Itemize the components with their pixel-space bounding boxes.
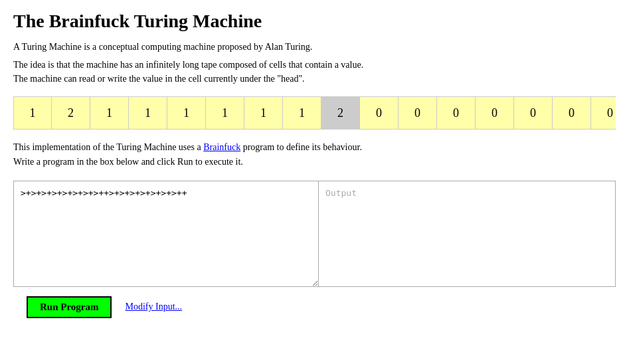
tape-cell-8: 2 xyxy=(321,97,360,129)
description-2-line1: The idea is that the machine has an infi… xyxy=(13,60,363,70)
tape-cell-7: 1 xyxy=(283,97,321,129)
tape-cell-14: 0 xyxy=(553,97,591,129)
tape-cell-5: 1 xyxy=(206,97,244,129)
tape-cell-4: 1 xyxy=(167,97,206,129)
tape-cell-9: 0 xyxy=(360,97,399,129)
tape-cell-0: 1 xyxy=(13,97,52,129)
program-input[interactable] xyxy=(13,181,319,287)
description-2-line2: The machine can read or write the value … xyxy=(13,74,305,84)
tape-cell-13: 0 xyxy=(514,97,553,129)
modify-input-link[interactable]: Modify Input... xyxy=(125,302,182,312)
description-2: The idea is that the machine has an infi… xyxy=(13,58,616,86)
tape-cell-2: 1 xyxy=(90,97,129,129)
controls: Run Program Modify Input... xyxy=(13,296,616,318)
output-box: Output xyxy=(319,181,616,287)
impl-line2: Write a program in the box below and cli… xyxy=(13,157,243,167)
tape-cell-1: 2 xyxy=(52,97,90,129)
description-1: A Turing Machine is a conceptual computi… xyxy=(13,40,616,54)
tape-cell-6: 1 xyxy=(244,97,283,129)
output-placeholder: Output xyxy=(325,188,357,198)
tape-cell-12: 0 xyxy=(476,97,514,129)
tape-wrapper: 1211111120000000 xyxy=(13,96,616,130)
impl-text: This implementation of the Turing Machin… xyxy=(13,140,616,170)
page-title: The Brainfuck Turing Machine xyxy=(13,11,616,32)
brainfuck-link[interactable]: Brainfuck xyxy=(203,142,240,152)
impl-suffix: program to define its behaviour. xyxy=(240,142,362,152)
tape-cell-15: 0 xyxy=(591,97,616,129)
tape-cell-11: 0 xyxy=(437,97,476,129)
editor-area: Output xyxy=(13,181,616,287)
tape-cell-3: 1 xyxy=(129,97,167,129)
impl-prefix: This implementation of the Turing Machin… xyxy=(13,142,203,152)
run-button[interactable]: Run Program xyxy=(27,296,112,318)
tape: 1211111120000000 xyxy=(13,97,616,129)
tape-cell-10: 0 xyxy=(399,97,437,129)
